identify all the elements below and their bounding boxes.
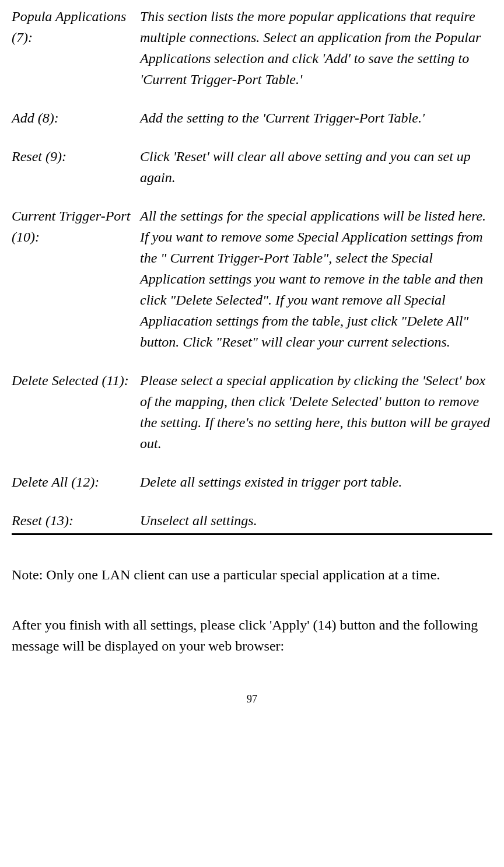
term-label: Delete Selected (11):	[12, 370, 140, 454]
term-label: Current Trigger-Port (10):	[12, 205, 140, 352]
term-label: Popula Applications (7):	[12, 6, 140, 90]
definition-row: Delete All (12): Delete all settings exi…	[12, 471, 492, 492]
term-description: This section lists the more popular appl…	[140, 6, 492, 90]
definitions-section: Popula Applications (7): This section li…	[12, 6, 492, 535]
term-description: Unselect all settings.	[140, 510, 492, 531]
term-description: Click 'Reset' will clear all above setti…	[140, 146, 492, 188]
page-number: 97	[12, 691, 492, 707]
term-label: Reset (9):	[12, 146, 140, 188]
definition-row: Delete Selected (11): Please select a sp…	[12, 370, 492, 454]
term-description: All the settings for the special applica…	[140, 205, 492, 352]
term-description: Add the setting to the 'Current Trigger-…	[140, 107, 492, 128]
definition-row: Reset (13): Unselect all settings.	[12, 510, 492, 531]
term-label: Reset (13):	[12, 510, 140, 531]
after-text: After you finish with all settings, plea…	[12, 614, 492, 656]
definition-row: Popula Applications (7): This section li…	[12, 6, 492, 90]
definition-row: Add (8): Add the setting to the 'Current…	[12, 107, 492, 128]
note-text: Note: Only one LAN client can use a part…	[12, 564, 492, 585]
term-description: Please select a special application by c…	[140, 370, 492, 454]
term-label: Delete All (12):	[12, 471, 140, 492]
term-label: Add (8):	[12, 107, 140, 128]
definition-row: Reset (9): Click 'Reset' will clear all …	[12, 146, 492, 188]
term-description: Delete all settings existed in trigger p…	[140, 471, 492, 492]
definition-row: Current Trigger-Port (10): All the setti…	[12, 205, 492, 352]
